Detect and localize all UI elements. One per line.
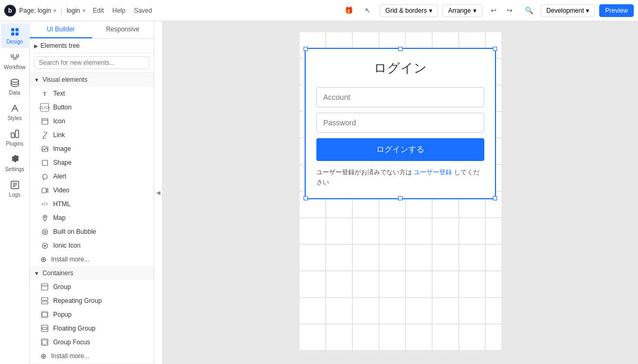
svg-point-15 [44,216,45,217]
elements-panel: UI Builder Responsive ▶ Elements tree ▼ … [30,21,154,364]
login-button[interactable]: ログインする [316,138,484,161]
svg-rect-14 [42,188,46,193]
search-button[interactable]: 🔍 [522,3,536,18]
section-containers[interactable]: ▼ Containers [30,266,154,280]
undo-button[interactable]: ↩ [486,3,501,18]
element-video[interactable]: Video [30,183,154,197]
sidebar-item-design[interactable]: Design [1,23,29,48]
element-button[interactable]: CLICK Button [30,100,154,114]
app-logo: b [4,5,16,16]
element-html[interactable]: </> HTML [30,197,154,211]
redo-button[interactable]: ↪ [502,3,517,18]
svg-rect-1 [15,28,19,31]
sidebar-item-workflow[interactable]: Workflow [1,49,29,73]
svg-rect-9 [42,118,48,124]
svg-rect-29 [43,340,47,344]
canvas-area[interactable]: ログイン ログインする ユーザー登録がお済みでない方は ユーザー登録 してくださ… [163,21,638,364]
elements-tree-header[interactable]: ▶ Elements tree [30,39,154,53]
html-icon: </> [40,200,49,208]
ionicicon-icon [40,241,49,250]
svg-rect-20 [41,284,48,290]
page-dropdown-arrow[interactable]: ▾ [53,7,56,14]
element-shape[interactable]: Shape [30,156,154,170]
svg-line-11 [44,134,46,136]
svg-rect-6 [11,133,14,138]
edit-menu[interactable]: Edit [93,7,104,14]
link-icon [40,131,49,139]
element-builtonbubble[interactable]: Built on Bubble [30,225,154,239]
repeating-group-icon [40,297,49,305]
handle-bottom-right [493,196,497,200]
sidebar-item-styles[interactable]: Styles [1,100,29,124]
element-group-focus[interactable]: Group Focus [30,335,154,349]
development-button[interactable]: Development ▾ [541,4,595,17]
elements-search [30,53,154,73]
element-repeating-group[interactable]: Repeating Group [30,294,154,308]
element-link[interactable]: Link [30,128,154,142]
sidebar-item-data[interactable]: Data [1,74,29,99]
elements-tabs: UI Builder Responsive [30,21,154,39]
grid-borders-button[interactable]: Grid & borders ▾ [380,4,438,17]
video-icon [40,186,49,194]
svg-point-19 [44,245,46,247]
handle-bottom-center [398,196,402,200]
svg-rect-2 [11,32,14,36]
registration-note: ユーザー登録がお済みでない方は ユーザー登録 してください [316,167,484,188]
svg-rect-27 [43,327,47,329]
install-more-containers[interactable]: ⊕ Install more... [30,349,154,363]
group-focus-icon [40,338,49,346]
svg-rect-22 [41,298,48,300]
svg-point-17 [44,231,46,233]
svg-point-16 [42,229,47,234]
handle-bottom-left [304,196,308,200]
login-form-container[interactable]: ログイン ログインする ユーザー登録がお済みでない方は ユーザー登録 してくださ… [305,48,496,199]
topbar-right: 🎁 ↖ Grid & borders ▾ Arrange ▾ ↩ ↪ 🔍 Dev… [341,3,634,18]
sidebar-item-settings[interactable]: Settings [1,151,29,175]
element-alert[interactable]: Alert [30,170,154,183]
svg-rect-23 [41,301,48,304]
element-image[interactable]: Image [30,142,154,156]
topbar-separator: | [61,7,62,14]
registration-link[interactable]: ユーザー登録 [414,168,452,176]
install-more-visual[interactable]: ⊕ Install more... [30,252,154,266]
login-title: ログイン [316,60,484,77]
handle-top-center [398,47,402,51]
section-visual-elements[interactable]: ▼ Visual elements [30,73,154,87]
element-popup[interactable]: Popup [30,308,154,321]
canvas-page: ログイン ログインする ユーザー登録がお済みでない方は ユーザー登録 してくださ… [299,32,501,351]
page-selector[interactable]: Page: login ▾ | login ▾ [19,7,86,14]
element-icon[interactable]: Icon [30,114,154,128]
saved-indicator: Saved [134,7,152,14]
element-text[interactable]: T Text [30,87,154,100]
page-name-arrow[interactable]: ▾ [82,7,86,14]
page-name: login [66,7,80,14]
gift-icon[interactable]: 🎁 [341,3,356,18]
help-menu[interactable]: Help [112,7,125,14]
element-map[interactable]: Map [30,211,154,225]
account-input[interactable] [316,87,484,107]
image-icon [40,145,49,153]
element-group[interactable]: Group [30,280,154,294]
floating-group-icon [40,324,49,333]
search-input[interactable] [34,56,149,69]
tab-ui-builder[interactable]: UI Builder [30,21,92,38]
svg-rect-0 [11,28,14,31]
tab-responsive[interactable]: Responsive [92,21,154,38]
svg-rect-13 [42,160,47,165]
svg-rect-7 [15,130,19,138]
svg-point-5 [11,79,19,82]
cursor-icon[interactable]: ↖ [360,3,375,18]
handle-top-left [304,47,308,51]
arrange-button[interactable]: Arrange ▾ [442,4,482,17]
preview-button[interactable]: Preview [599,4,634,17]
group-icon [40,283,49,291]
sidebar-item-logs[interactable]: Logs [1,176,29,201]
collapse-panel-button[interactable]: ◀ [154,21,163,364]
main-layout: Design Workflow Data Styles Plugins Sett… [0,21,638,364]
element-floating-group[interactable]: Floating Group [30,321,154,335]
sidebar-item-plugins[interactable]: Plugins [1,125,29,150]
topbar: b Page: login ▾ | login ▾ Edit Help Save… [0,0,638,21]
element-ionicicon[interactable]: Ionic Icon [30,239,154,252]
password-input[interactable] [316,113,484,133]
icon-icon [40,117,49,125]
